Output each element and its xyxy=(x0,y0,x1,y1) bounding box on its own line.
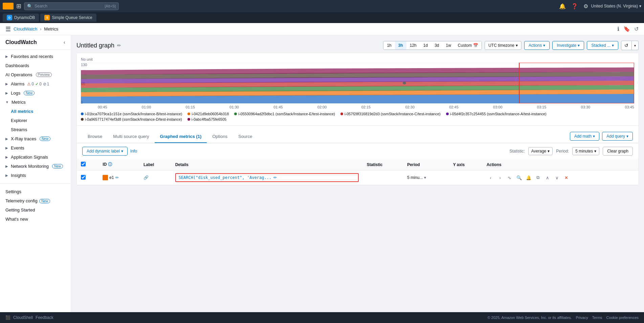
grid-icon[interactable]: ⊞ xyxy=(16,2,21,10)
row-actions: ‹ › ∿ 🔍 🔔 ⧉ ∧ ∨ ✕ xyxy=(487,174,634,182)
add-query-button[interactable]: Add query ▾ xyxy=(602,132,633,141)
metrics-table: ID ⓘ Label Details Statistic Period Y ax… xyxy=(77,159,638,185)
legend-item-6: i-0abc4fba575fe6505 xyxy=(187,117,226,121)
add-math-button[interactable]: Add math ▾ xyxy=(570,132,599,141)
tabs-bar: Browse Multi source query Graphed metric… xyxy=(77,130,638,143)
time-btn-1h[interactable]: 1h xyxy=(383,41,395,49)
sidebar-item-explorer[interactable]: Explorer xyxy=(0,116,71,125)
tab-multi-source[interactable]: Multi source query xyxy=(108,130,154,143)
sidebar-item-getting-started[interactable]: Getting Started xyxy=(0,205,71,215)
time-btn-custom[interactable]: Custom 📅 xyxy=(454,41,482,49)
time-btn-1d[interactable]: 1d xyxy=(420,41,431,49)
sidebar-item-xray[interactable]: ▶ X-Ray traces New xyxy=(0,134,71,143)
row-next-button[interactable]: › xyxy=(496,174,504,182)
timezone-dropdown[interactable]: UTC timezone ▾ xyxy=(485,41,521,50)
tab-source[interactable]: Source xyxy=(233,130,258,143)
refresh-dropdown[interactable]: ▾ xyxy=(632,41,639,50)
time-btn-3d[interactable]: 3d xyxy=(431,41,442,49)
select-all-checkbox[interactable] xyxy=(81,162,86,166)
metric-label-link-icon[interactable]: 🔗 xyxy=(143,175,149,180)
row-prev-button[interactable]: ‹ xyxy=(487,174,495,182)
investigate-button[interactable]: Investigate ▾ xyxy=(552,41,584,50)
sidebar-item-streams[interactable]: Streams xyxy=(0,125,71,134)
graph-wrapper: No unit 130 65 0 xyxy=(76,53,639,185)
statistic-chevron-icon: ▾ xyxy=(548,149,550,154)
privacy-link[interactable]: Privacy xyxy=(576,316,588,320)
sidebar-item-app-signals[interactable]: ▶ Application Signals xyxy=(0,153,71,162)
time-btn-12h[interactable]: 12h xyxy=(406,41,420,49)
bookmark-icon[interactable]: 🔖 xyxy=(623,26,630,32)
sidebar-item-insights[interactable]: ▶ Insights xyxy=(0,171,71,180)
service-tabs: D DynamoDB S Simple Queue Service xyxy=(0,12,644,23)
help-icon[interactable]: ❓ xyxy=(571,3,578,9)
col-actions: Actions xyxy=(483,159,638,170)
sidebar-item-settings[interactable]: Settings xyxy=(0,187,71,196)
service-tab-dynamodb[interactable]: D DynamoDB xyxy=(3,14,39,22)
edit-metric-id-icon[interactable]: ✏ xyxy=(115,175,119,180)
sidebar-item-dashboards[interactable]: Dashboards xyxy=(0,61,71,70)
edit-details-icon[interactable]: ✏ xyxy=(273,175,277,180)
sidebar-item-ai-operations[interactable]: AI Operations Preview xyxy=(0,70,71,79)
sidebar-item-events[interactable]: ▶ Events xyxy=(0,143,71,153)
row-math-button[interactable]: ∿ xyxy=(506,174,514,182)
clear-graph-button[interactable]: Clear graph xyxy=(603,147,633,156)
aws-logo[interactable]: aws xyxy=(3,3,14,9)
col-details: Details xyxy=(171,159,363,170)
region-selector[interactable]: United States (N. Virginia) ▾ xyxy=(591,4,641,8)
ai-preview-badge: Preview xyxy=(36,73,52,77)
add-dynamic-label-button[interactable]: Add dynamic label ▾ xyxy=(82,147,128,156)
edit-title-icon[interactable]: ✏ xyxy=(117,43,121,48)
search-bar[interactable]: 🔍 [Alt+S] xyxy=(24,2,119,10)
tab-graphed-metrics[interactable]: Graphed metrics (1) xyxy=(155,130,207,143)
cookie-link[interactable]: Cookie preferences xyxy=(606,316,639,320)
search-input[interactable] xyxy=(35,4,103,8)
statistic-dropdown[interactable]: Average ▾ xyxy=(528,147,553,155)
chart-hover-marker xyxy=(403,82,406,84)
sidebar-item-alarms[interactable]: ▶ Alarms ⚠0 ✓0 ⊘1 xyxy=(0,79,71,88)
feedback-link[interactable]: Feedback xyxy=(36,315,53,320)
service-tab-sqs[interactable]: S Simple Queue Service xyxy=(40,14,96,22)
stacked-button[interactable]: Stacked ... ▾ xyxy=(587,41,618,50)
sidebar-collapse-button[interactable]: ‹ xyxy=(64,39,65,45)
info-icon[interactable]: ℹ xyxy=(617,26,619,32)
metrics-controls: Add dynamic label ▾ Info Statistic: Aver… xyxy=(77,143,638,159)
row-checkbox[interactable] xyxy=(81,175,86,180)
sidebar-item-all-metrics[interactable]: All metrics xyxy=(0,107,71,116)
sidebar-item-label-events: Events xyxy=(11,145,24,150)
row-copy-button[interactable]: ⧉ xyxy=(534,174,542,182)
notifications-icon[interactable]: 🔔 xyxy=(559,3,566,9)
settings-icon[interactable]: ⚙ xyxy=(583,3,588,9)
hamburger-icon[interactable]: ☰ xyxy=(5,25,11,33)
stacked-chevron-icon: ▾ xyxy=(612,43,614,48)
sidebar-item-favorites[interactable]: ▶ Favorites and recents xyxy=(0,52,71,61)
sidebar-item-network-monitoring[interactable]: ▶ Network Monitoring New xyxy=(0,162,71,171)
period-expand-icon[interactable]: ▾ xyxy=(424,175,426,180)
details-cell[interactable]: SEARCH("disk_used_percent", 'Averag... ✏ xyxy=(175,173,359,182)
tab-options[interactable]: Options xyxy=(207,130,233,143)
time-btn-3h[interactable]: 3h xyxy=(395,41,406,49)
time-label-0145: 01:45 xyxy=(273,105,283,109)
breadcrumb-home[interactable]: CloudWatch xyxy=(14,26,37,32)
sidebar-item-telemetry[interactable]: Telemetry config New xyxy=(0,196,71,205)
refresh-icon[interactable]: ↺ xyxy=(634,26,639,32)
time-btn-1w[interactable]: 1w xyxy=(443,41,454,49)
row-alarm-button[interactable]: 🔔 xyxy=(525,174,533,182)
actions-button[interactable]: Actions ▾ xyxy=(524,41,550,50)
sidebar-item-metrics[interactable]: ▼ Metrics xyxy=(0,98,71,107)
info-link[interactable]: Info xyxy=(130,149,137,154)
row-up-button[interactable]: ∧ xyxy=(543,174,552,182)
sidebar-title: CloudWatch xyxy=(5,39,37,45)
row-search-button[interactable]: 🔍 xyxy=(515,174,523,182)
row-delete-button[interactable]: ✕ xyxy=(562,174,571,182)
add-label-text: Add dynamic label xyxy=(87,149,120,154)
terms-link[interactable]: Terms xyxy=(592,316,602,320)
tab-browse[interactable]: Browse xyxy=(82,130,108,143)
sidebar-item-whats-new[interactable]: What's new xyxy=(0,215,71,224)
refresh-button[interactable]: ↺ xyxy=(621,41,632,50)
legend-item-2: i-05500964ad2f3dbc1 (ssmStack/Instance-E… xyxy=(234,112,335,116)
cloudshell-link[interactable]: CloudShell xyxy=(13,315,33,320)
period-dropdown[interactable]: 5 minutes ▾ xyxy=(572,147,599,155)
sidebar-item-logs[interactable]: ▶ Logs New xyxy=(0,88,71,98)
row-down-button[interactable]: ∨ xyxy=(553,174,561,182)
refresh-controls: ↺ ▾ xyxy=(621,41,639,50)
